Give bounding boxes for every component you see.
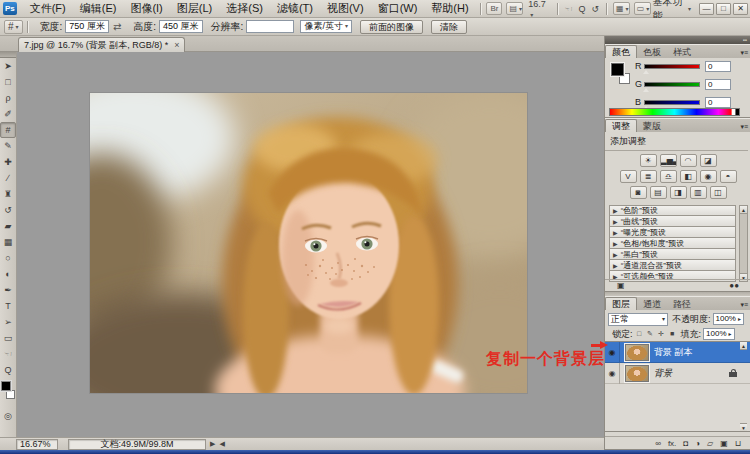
swap-dimensions-icon[interactable]: ⇄ (113, 21, 121, 32)
tool-eyedropper[interactable]: ✎ (0, 138, 16, 154)
tool-history-brush[interactable]: ↺ (0, 202, 16, 218)
hand-tool-icon[interactable]: ☜ (565, 4, 573, 14)
new-layer-icon[interactable]: ▣ (720, 439, 728, 448)
tool-brush[interactable]: ∕ (0, 170, 16, 186)
add-layer-mask-icon[interactable]: ◘ (683, 439, 688, 448)
clip-to-layer-icon[interactable]: ●● (729, 281, 739, 290)
layer-style-icon[interactable]: fx. (668, 439, 676, 448)
red-value-field[interactable]: 0 (705, 61, 731, 72)
slider-marker-icon[interactable] (643, 88, 649, 92)
chevron-right-icon[interactable]: ▶ (613, 207, 618, 214)
blue-slider[interactable] (644, 100, 700, 105)
preset-exposure[interactable]: ▶“曝光度”预设 (609, 227, 736, 238)
layer-thumbnail[interactable] (625, 344, 649, 361)
collapse-dock-icon[interactable]: ▪▪ (743, 37, 747, 43)
front-image-button[interactable]: 前面的图像 (360, 20, 423, 34)
tab-styles[interactable]: 样式 (667, 46, 697, 58)
blend-mode-select[interactable]: 正常 ▾ (608, 313, 668, 326)
lock-transparent-icon[interactable]: □ (635, 329, 644, 339)
view-extras-icon[interactable]: ▤▾ (506, 2, 523, 15)
menu-edit[interactable]: 编辑(E) (73, 0, 124, 17)
panel-menu-icon[interactable]: ▾≡ (740, 121, 748, 132)
tool-path-selection[interactable]: ➢ (0, 314, 16, 330)
layer-thumbnail[interactable] (625, 365, 649, 382)
tab-close-icon[interactable]: × (174, 40, 179, 50)
visibility-cell[interactable]: ◉ (605, 363, 620, 384)
lock-pixels-icon[interactable]: ✎ (646, 329, 655, 339)
panel-menu-icon[interactable]: ▾≡ (740, 47, 748, 58)
fill-field[interactable]: 100%▸ (703, 328, 734, 340)
tool-dodge[interactable]: ◐ (0, 266, 16, 282)
tool-gradient[interactable]: ▦ (0, 234, 16, 250)
canvas-area[interactable] (17, 52, 604, 437)
invert-icon[interactable]: ◙ (630, 186, 647, 199)
vibrance-icon[interactable]: V (620, 170, 637, 183)
tab-swatches[interactable]: 色板 (637, 46, 667, 58)
dock-header[interactable]: ▪▪ (605, 36, 750, 44)
tool-clone-stamp[interactable]: ♜ (0, 186, 16, 202)
black-white-icon[interactable]: ◧ (680, 170, 697, 183)
blue-value-field[interactable]: 0 (705, 97, 731, 108)
layer-name[interactable]: 背景 副本 (654, 346, 693, 359)
tool-marquee[interactable]: □ (0, 74, 16, 90)
tab-paths[interactable]: 路径 (667, 298, 697, 310)
photo-filter-icon[interactable]: ◉ (700, 170, 717, 183)
slider-marker-icon[interactable] (643, 70, 649, 74)
gradient-map-icon[interactable]: ▥ (690, 186, 707, 199)
screen-mode-icon[interactable]: ▭▾ (634, 2, 651, 15)
channel-mixer-icon[interactable]: ◓ (720, 170, 737, 183)
layers-scrollbar[interactable]: ▲ ▼ (740, 342, 749, 431)
eye-icon[interactable]: ◉ (609, 348, 616, 357)
width-field[interactable]: 750 厘米 (65, 20, 109, 33)
tool-quick-selection[interactable]: ✐ (0, 106, 16, 122)
menu-layer[interactable]: 图层(L) (170, 0, 219, 17)
red-slider[interactable] (644, 64, 700, 69)
expanded-view-icon[interactable]: ▣ (617, 281, 625, 290)
tool-lasso[interactable]: ρ (0, 90, 16, 106)
tool-crop[interactable]: # (0, 122, 16, 138)
chevron-right-icon[interactable]: ▶ (613, 240, 618, 247)
resolution-unit-select[interactable]: 像素/英寸▾ (300, 20, 352, 33)
chevron-right-icon[interactable]: ▶ (613, 218, 618, 225)
green-slider[interactable] (644, 82, 700, 87)
background-color-swatch[interactable] (6, 390, 15, 399)
tool-blur[interactable]: ○ (0, 250, 16, 266)
menu-help[interactable]: 帮助(H) (424, 0, 475, 17)
preset-curves[interactable]: ▶“曲线”预设 (609, 216, 736, 227)
preset-hue-saturation[interactable]: ▶“色相/饱和度”预设 (609, 238, 736, 249)
tool-healing-brush[interactable]: ✚ (0, 154, 16, 170)
preset-black-white[interactable]: ▶“黑白”预设 (609, 249, 736, 260)
tool-pen[interactable]: ✒ (0, 282, 16, 298)
posterize-icon[interactable]: ▤ (650, 186, 667, 199)
tab-color[interactable]: 颜色 (605, 45, 637, 58)
scroll-up-icon[interactable]: ▲ (740, 206, 747, 214)
layer-row-background[interactable]: ◉ 背景 (605, 363, 750, 384)
threshold-icon[interactable]: ◨ (670, 186, 687, 199)
new-adjustment-layer-icon[interactable]: ◑ (695, 439, 700, 448)
tool-hand[interactable]: ☜ (0, 346, 16, 362)
document-image[interactable] (90, 93, 527, 393)
curves-icon[interactable]: ◠ (680, 154, 697, 167)
scroll-up-icon[interactable]: ▲ (740, 342, 747, 350)
restore-button[interactable]: □ (716, 3, 731, 15)
hscroll-left-icon[interactable]: ◀ (219, 440, 224, 448)
color-spectrum-ramp[interactable] (609, 108, 740, 116)
clear-button[interactable]: 清除 (431, 20, 467, 34)
launch-bridge-icon[interactable]: Br (486, 2, 502, 15)
menu-view[interactable]: 视图(V) (320, 0, 371, 17)
delete-layer-icon[interactable]: ⊔ (735, 439, 741, 448)
foreground-color-swatch[interactable] (1, 381, 11, 391)
panel-menu-icon[interactable]: ▾≡ (740, 299, 748, 310)
green-value-field[interactable]: 0 (705, 79, 731, 90)
lock-all-icon[interactable]: ■ (668, 329, 677, 339)
preset-channel-mixer[interactable]: ▶“通道混合器”预设 (609, 260, 736, 271)
status-zoom-field[interactable]: 16.67% (16, 439, 58, 450)
scroll-down-icon[interactable]: ▼ (740, 423, 747, 431)
tab-adjustments[interactable]: 调整 (605, 119, 637, 132)
eye-icon[interactable]: ◉ (609, 369, 616, 378)
rotate-view-icon[interactable]: ↺ (592, 4, 600, 14)
levels-icon[interactable]: ▂▅▃ (660, 154, 677, 167)
opacity-field[interactable]: 100%▸ (713, 313, 744, 325)
menu-select[interactable]: 选择(S) (219, 0, 270, 17)
preset-levels[interactable]: ▶“色阶”预设 (609, 205, 736, 216)
